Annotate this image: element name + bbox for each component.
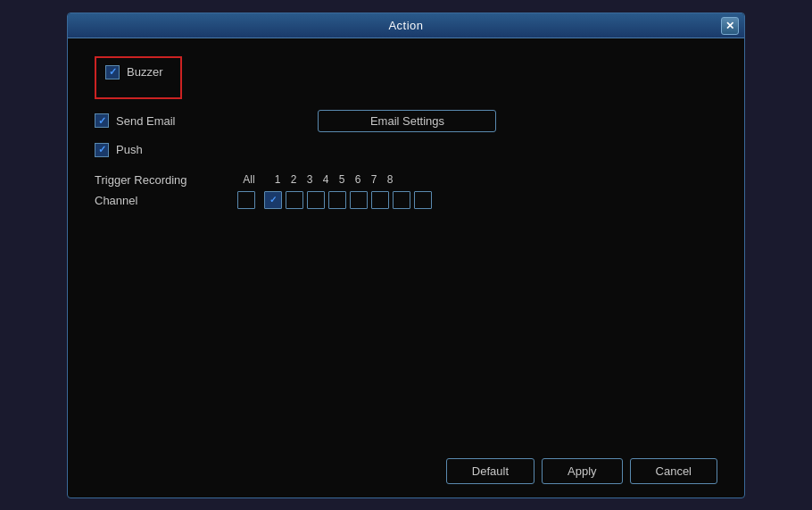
num-8: 8 [382, 173, 398, 186]
trigger-recording-label: Trigger Recording [95, 173, 187, 187]
buzzer-checkbox[interactable] [105, 65, 120, 79]
channel-8-checkbox[interactable] [414, 191, 432, 209]
dialog-title: Action [388, 19, 423, 32]
channel-7-checkbox[interactable] [393, 191, 410, 209]
cancel-button[interactable]: Cancel [630, 458, 717, 484]
buzzer-label: Buzzer [127, 65, 162, 79]
push-label: Push [116, 143, 143, 156]
apply-button[interactable]: Apply [542, 458, 623, 484]
dialog-body: Buzzer Send Email Email Settings Push Tr… [68, 38, 744, 449]
num-2: 2 [286, 173, 302, 186]
buzzer-row: Buzzer [105, 65, 162, 79]
send-email-checkbox[interactable] [95, 113, 109, 128]
num-6: 6 [350, 173, 366, 186]
buzzer-section: Buzzer [95, 56, 182, 99]
default-button[interactable]: Default [446, 458, 534, 484]
num-1: 1 [269, 173, 286, 186]
channel-3-checkbox[interactable] [307, 191, 325, 209]
push-checkbox[interactable] [95, 143, 109, 157]
title-bar: Action ✕ [68, 13, 744, 38]
channel-1-checkbox[interactable] [264, 191, 282, 209]
num-4: 4 [318, 173, 334, 186]
num-7: 7 [366, 173, 382, 186]
num-3: 3 [302, 173, 318, 186]
close-button[interactable]: ✕ [721, 17, 739, 35]
channel-label: Channel [95, 194, 137, 207]
all-label: All [237, 173, 261, 186]
action-dialog: Action ✕ Buzzer Send Email Email Setting… [67, 13, 745, 498]
push-row: Push [95, 143, 717, 157]
num-5: 5 [334, 173, 350, 186]
channel-6-checkbox[interactable] [371, 191, 389, 209]
channel-4-checkbox[interactable] [328, 191, 346, 209]
send-email-row: Send Email Email Settings [95, 110, 717, 132]
footer: Default Apply Cancel [68, 449, 744, 497]
channel-2-checkbox[interactable] [286, 191, 303, 209]
channel-all-checkbox[interactable] [237, 191, 255, 209]
channel-5-checkbox[interactable] [350, 191, 368, 209]
email-settings-button[interactable]: Email Settings [318, 110, 496, 132]
send-email-label: Send Email [116, 114, 175, 128]
